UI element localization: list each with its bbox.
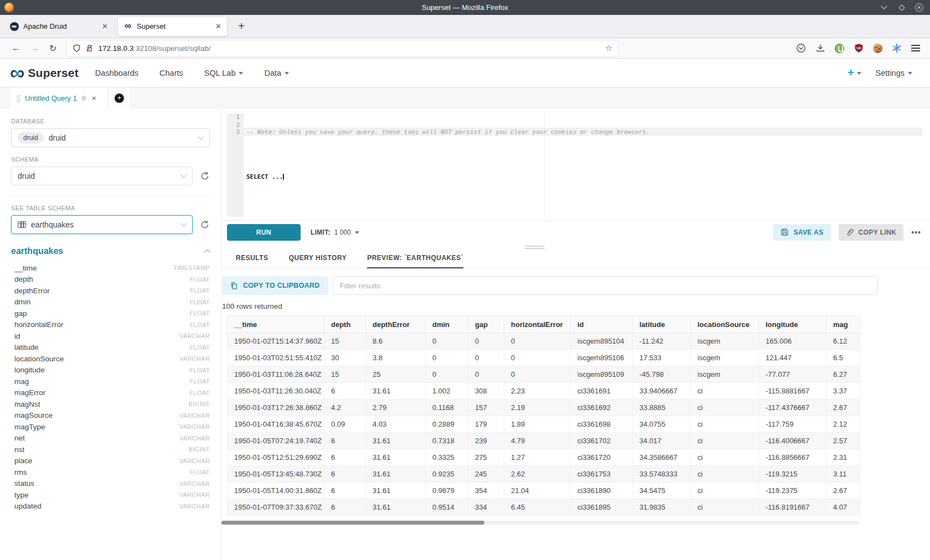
pane-resize-handle[interactable] bbox=[221, 243, 930, 251]
table-cell: 2.57 bbox=[826, 433, 860, 449]
table-cell: 6 bbox=[324, 483, 366, 499]
column-header[interactable]: depthError bbox=[366, 316, 426, 333]
sql-editor[interactable]: 1 2 3 -- Note: Unless you save your quer… bbox=[221, 109, 930, 220]
forward-button[interactable]: → bbox=[30, 43, 39, 53]
chevron-down-icon bbox=[857, 72, 861, 75]
new-browser-tab-button[interactable]: + bbox=[234, 20, 249, 33]
svg-text:UO: UO bbox=[856, 46, 861, 50]
refresh-schemas-icon[interactable] bbox=[200, 171, 210, 181]
superset-logo-icon: ∞ bbox=[10, 65, 24, 81]
more-actions-button[interactable]: ••• bbox=[911, 228, 921, 237]
database-select[interactable]: druid druid bbox=[11, 128, 210, 147]
drag-handle-icon[interactable] bbox=[17, 95, 20, 102]
cookie-extension-icon[interactable] bbox=[873, 44, 882, 53]
editor-toolbar: RUN LIMIT: 1 000 SAVE bbox=[221, 220, 930, 243]
column-header[interactable]: latitude bbox=[633, 316, 691, 333]
horizontal-scrollbar[interactable] bbox=[221, 521, 860, 525]
new-item-menu[interactable]: + bbox=[848, 66, 861, 79]
column-type: VARCHAR bbox=[179, 423, 210, 430]
schema-column-row: magErrorFLOAT bbox=[11, 387, 210, 399]
table-cell: 1950-01-05T14:00:31.860Z bbox=[228, 483, 324, 499]
table-cell: 1950-01-03T17:26:38.860Z bbox=[228, 400, 324, 416]
results-tab-preview-earthquakes[interactable]: PREVIEW: `EARTHQUAKES` bbox=[367, 251, 463, 268]
column-header[interactable]: horizontalError bbox=[504, 316, 571, 333]
schema-column-row: updatedVARCHAR bbox=[11, 501, 210, 512]
limit-dropdown[interactable]: LIMIT: 1 000 bbox=[311, 229, 359, 236]
url-bar[interactable]: 172.18.0.3:32108/superset/sqllab/ ☆ bbox=[67, 40, 618, 56]
column-name: magType bbox=[14, 423, 45, 431]
results-tab-query-history[interactable]: QUERY HISTORY bbox=[289, 251, 347, 268]
chevron-down-icon bbox=[198, 133, 204, 139]
column-header[interactable]: mag bbox=[826, 316, 860, 333]
column-header[interactable]: dmin bbox=[426, 316, 468, 333]
window-maximize-button[interactable] bbox=[897, 3, 906, 12]
copy-link-button[interactable]: COPY LINK bbox=[839, 224, 904, 241]
download-icon[interactable] bbox=[815, 43, 825, 53]
table-schema-header[interactable]: earthquakes bbox=[11, 246, 210, 256]
browser-tab-apache-druid[interactable]: Apache Druid ✕ bbox=[4, 17, 113, 36]
close-query-tab-icon[interactable]: × bbox=[92, 94, 96, 102]
privacy-badger-icon[interactable] bbox=[835, 44, 844, 53]
browser-tab-superset[interactable]: ∞ Superset ✕ bbox=[118, 17, 227, 36]
new-query-tab-button[interactable]: + bbox=[108, 87, 130, 109]
column-name: dmin bbox=[14, 298, 30, 306]
chevron-down-icon bbox=[180, 172, 187, 178]
column-header[interactable]: locationSource bbox=[691, 316, 759, 333]
window-close-button[interactable]: ✕ bbox=[915, 3, 923, 12]
menu-hamburger-icon[interactable] bbox=[911, 45, 920, 51]
run-button[interactable]: RUN bbox=[227, 224, 301, 241]
close-tab-icon[interactable]: ✕ bbox=[102, 22, 108, 30]
settings-menu[interactable]: Settings bbox=[876, 69, 912, 77]
copy-to-clipboard-button[interactable]: COPY TO CLIPBOARD bbox=[222, 276, 328, 295]
column-header[interactable]: depth bbox=[324, 316, 366, 333]
schema-column-row: gapFLOAT bbox=[11, 308, 210, 319]
table-cell: 31.61 bbox=[366, 433, 426, 449]
nav-item-data[interactable]: Data bbox=[264, 69, 289, 77]
window-minimize-button[interactable] bbox=[880, 3, 888, 12]
back-button[interactable]: ← bbox=[12, 43, 20, 53]
column-type: FLOAT bbox=[190, 322, 210, 328]
containers-icon[interactable] bbox=[892, 43, 902, 53]
column-type: FLOAT bbox=[190, 367, 210, 374]
schema-column-row: latitudeFLOAT bbox=[11, 342, 210, 354]
column-header[interactable]: __time bbox=[228, 316, 324, 333]
nav-item-charts[interactable]: Charts bbox=[159, 69, 183, 77]
table-schema-select[interactable]: earthquakes bbox=[11, 215, 193, 234]
column-type: BIGINT bbox=[189, 446, 210, 453]
table-cell: 0 bbox=[468, 366, 504, 383]
shield-icon[interactable] bbox=[73, 44, 81, 53]
table-cell: ci3361890 bbox=[571, 483, 633, 499]
schema-select[interactable]: druid bbox=[11, 167, 193, 185]
insecure-lock-icon[interactable] bbox=[85, 44, 94, 53]
save-as-button[interactable]: SAVE AS bbox=[773, 224, 830, 241]
close-tab-icon[interactable]: ✕ bbox=[215, 22, 221, 30]
filter-results-input[interactable] bbox=[333, 276, 878, 295]
table-cell: 31.61 bbox=[366, 383, 426, 400]
pocket-icon[interactable] bbox=[796, 43, 806, 53]
ublock-origin-icon[interactable]: UO bbox=[854, 43, 864, 53]
editor-content[interactable]: -- Note: Unless you save your query, the… bbox=[246, 113, 930, 196]
scrollbar-thumb[interactable] bbox=[221, 521, 484, 525]
nav-item-dashboards[interactable]: Dashboards bbox=[95, 69, 138, 77]
bookmark-star-icon[interactable]: ☆ bbox=[605, 43, 612, 53]
table-cell: 3.11 bbox=[826, 466, 860, 483]
table-cell: 1950-01-05T07:24:19.740Z bbox=[228, 433, 324, 449]
table-cell: 30 bbox=[324, 350, 366, 366]
column-header[interactable]: gap bbox=[468, 316, 504, 333]
schema-column-row: placeVARCHAR bbox=[11, 455, 210, 467]
query-tab-untitled-query-1[interactable]: Untitled Query 1 × bbox=[11, 87, 107, 109]
refresh-tables-icon[interactable] bbox=[200, 220, 210, 230]
table-cell: 0.3325 bbox=[426, 449, 468, 466]
browser-tab-title: Apache Druid bbox=[23, 22, 97, 30]
column-header[interactable]: longitude bbox=[759, 316, 826, 333]
results-tab-results[interactable]: RESULTS bbox=[236, 251, 268, 268]
table-cell: 33.5748333 bbox=[633, 466, 691, 483]
reload-button[interactable]: ↻ bbox=[49, 43, 56, 54]
chevron-up-icon[interactable] bbox=[204, 249, 210, 255]
column-header[interactable]: id bbox=[571, 316, 633, 333]
nav-item-sql-lab[interactable]: SQL Lab bbox=[204, 69, 244, 77]
schema-column-row: magSourceVARCHAR bbox=[11, 410, 210, 422]
superset-logo[interactable]: ∞ Superset bbox=[10, 65, 79, 81]
schema-column-row: nstBIGINT bbox=[11, 444, 210, 455]
table-cell: iscgem bbox=[691, 350, 759, 366]
